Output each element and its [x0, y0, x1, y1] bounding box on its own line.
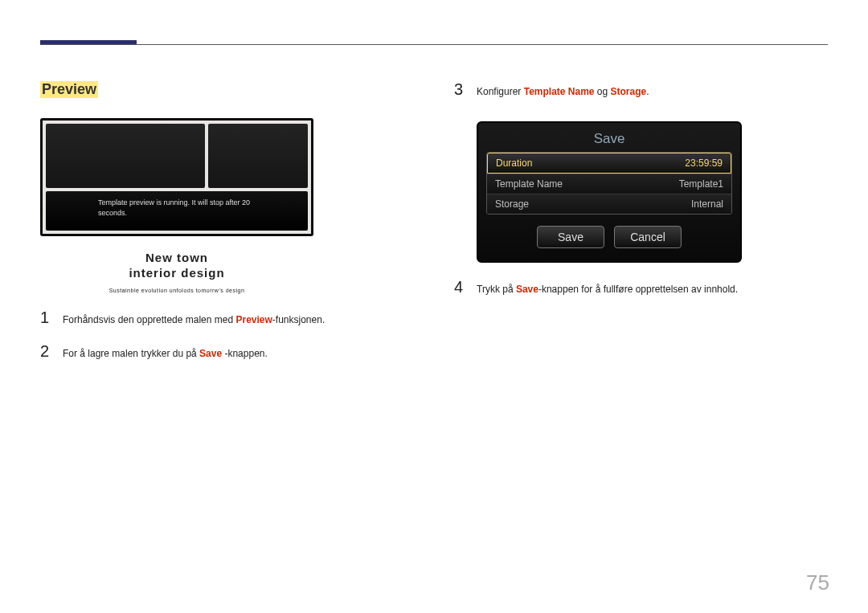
- preview-panel-right: [208, 124, 308, 188]
- text: og: [595, 86, 611, 97]
- keyword: Preview: [235, 314, 272, 325]
- cancel-button[interactable]: Cancel: [614, 226, 682, 248]
- right-column: 3 Konfigurer Template Name og Storage. S…: [454, 81, 824, 361]
- save-row-storage[interactable]: Storage Internal: [487, 194, 731, 214]
- save-row-label: Duration: [496, 157, 532, 169]
- save-dialog: Save Duration 23:59:59 Template Name Tem…: [477, 121, 742, 263]
- text: Trykk på: [477, 284, 516, 295]
- preview-panels: [46, 124, 308, 188]
- step-text: Trykk på Save-knappen for å fullføre opp…: [477, 279, 738, 296]
- save-row-template-name[interactable]: Template Name Template1: [487, 174, 731, 194]
- save-row-duration[interactable]: Duration 23:59:59: [487, 153, 731, 174]
- save-button[interactable]: Save: [537, 226, 604, 248]
- save-dialog-list: Duration 23:59:59 Template Name Template…: [486, 152, 732, 215]
- header-line: [40, 44, 828, 45]
- section-title: Preview: [40, 81, 98, 98]
- step-3: 3 Konfigurer Template Name og Storage.: [454, 81, 824, 99]
- save-row-label: Storage: [495, 198, 529, 210]
- keyword: Storage: [611, 86, 647, 97]
- left-column: Preview Template preview is running. It …: [40, 81, 410, 361]
- step-text: Konfigurer Template Name og Storage.: [477, 81, 649, 99]
- save-row-label: Template Name: [495, 178, 563, 190]
- keyword: Save: [199, 348, 222, 359]
- preview-banner: Template preview is running. It will sto…: [46, 191, 308, 231]
- step-1: 1 Forhåndsvis den opprettede malen med P…: [40, 309, 410, 327]
- caption-line3: Sustainble evolution unfolods tomorrw's …: [40, 288, 313, 293]
- preview-panel-left: [46, 124, 205, 188]
- text: Konfigurer: [477, 86, 524, 97]
- save-row-value: Internal: [691, 198, 723, 210]
- step-number: 4: [454, 279, 467, 295]
- step-2: 2 For å lagre malen trykker du på Save -…: [40, 343, 410, 361]
- caption-line1: New town: [40, 251, 313, 264]
- step-text: Forhåndsvis den opprettede malen med Pre…: [63, 309, 325, 327]
- caption-line2: interior design: [40, 266, 313, 280]
- text: -knappen.: [222, 348, 268, 359]
- text: .: [646, 86, 649, 97]
- page-number: 75: [806, 570, 829, 595]
- keyword: Template Name: [524, 86, 595, 97]
- save-row-value: Template1: [679, 178, 723, 190]
- preview-caption: New town interior design Sustainble evol…: [40, 251, 313, 293]
- text: Forhåndsvis den opprettede malen med: [63, 314, 235, 325]
- columns: Preview Template preview is running. It …: [40, 81, 828, 361]
- step-number: 2: [40, 343, 53, 359]
- page: Preview Template preview is running. It …: [0, 0, 868, 361]
- keyword: Save: [516, 284, 538, 295]
- text: -funksjonen.: [272, 314, 325, 325]
- text: -knappen for å fullføre opprettelsen av …: [538, 284, 738, 295]
- step-text: For å lagre malen trykker du på Save -kn…: [63, 343, 268, 361]
- step-number: 1: [40, 309, 53, 325]
- step-number: 3: [454, 81, 467, 97]
- save-dialog-title: Save: [486, 131, 732, 147]
- save-dialog-buttons: Save Cancel: [486, 226, 732, 248]
- text: For å lagre malen trykker du på: [63, 348, 199, 359]
- save-row-value: 23:59:59: [685, 157, 723, 169]
- preview-screenshot: Template preview is running. It will sto…: [40, 118, 313, 236]
- header-rule: [40, 40, 828, 45]
- step-4: 4 Trykk på Save-knappen for å fullføre o…: [454, 279, 824, 296]
